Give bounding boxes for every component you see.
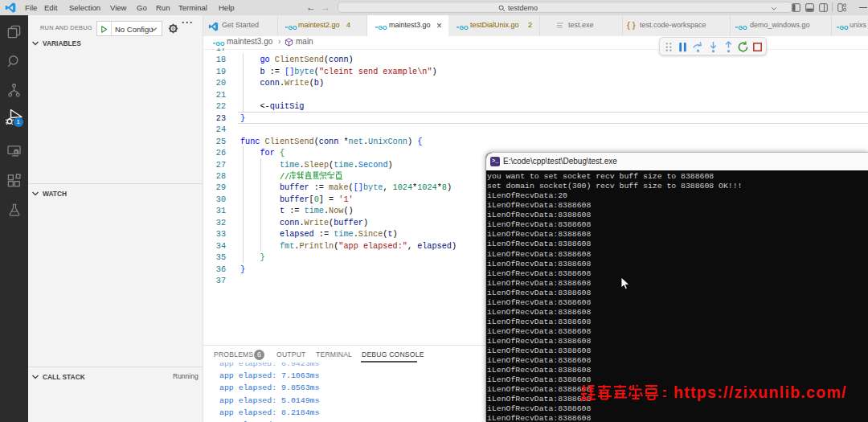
svg-text:GO: GO xyxy=(840,25,849,31)
svg-text:GO: GO xyxy=(460,25,469,31)
svg-text:GO: GO xyxy=(216,41,225,47)
svg-text:GO: GO xyxy=(379,25,387,31)
svg-text:GO: GO xyxy=(739,25,747,31)
svg-text:GO: GO xyxy=(289,25,297,31)
